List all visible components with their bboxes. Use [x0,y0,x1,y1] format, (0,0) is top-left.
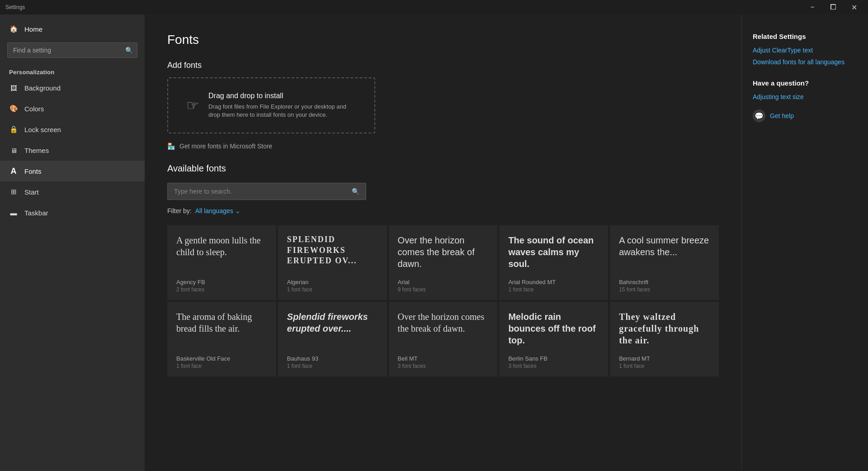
font-search-input[interactable] [168,183,345,200]
sidebar-item-label-taskbar: Taskbar [24,209,48,217]
filter-dropdown[interactable]: All languages ⌄ [195,207,241,214]
start-icon: ⊞ [9,187,18,196]
sidebar-home-label: Home [24,25,42,33]
font-search-bar: 🔍 [167,183,366,200]
font-card[interactable]: Over the horizon comes the break of dawn… [389,225,498,300]
search-icon: 🔍 [125,47,133,54]
sidebar-item-label-background: Background [24,84,61,92]
colors-icon: 🎨 [9,104,18,113]
chevron-down-icon: ⌄ [235,207,241,214]
font-name: Algerian [287,279,378,285]
lock-screen-icon: 🔒 [9,125,18,134]
window-controls: − ⧠ ✕ [802,0,864,14]
have-question-title: Have a question? [753,79,857,87]
font-faces: 3 font faces [508,363,599,369]
font-name: Bell MT [398,355,489,362]
app-title: Settings [4,4,25,10]
filter-value: All languages [195,207,233,214]
drag-drop-area[interactable]: ☞ Drag and drop to install Drag font fil… [167,77,375,133]
drag-icon: ☞ [186,97,199,114]
get-help-row: 💬 Get help [753,109,857,122]
font-card[interactable]: A cool summer breeze awakens the...Bahns… [610,225,719,300]
font-name: Arial Rounded MT [508,279,599,285]
sidebar-item-label-colors: Colors [24,105,44,113]
font-faces: 1 font face [176,363,267,369]
minimize-button[interactable]: − [802,0,823,14]
get-help-link[interactable]: Get help [770,112,794,119]
maximize-button[interactable]: ⧠ [823,0,844,14]
sidebar-item-background[interactable]: 🖼 Background [0,77,145,98]
sidebar-item-taskbar[interactable]: ▬ Taskbar [0,202,145,223]
store-link-text: Get more fonts in Microsoft Store [179,143,272,150]
close-button[interactable]: ✕ [844,0,864,14]
drag-text-main: Drag and drop to install [208,92,356,100]
font-card[interactable]: A gentle moon lulls the child to sleep.A… [167,225,276,300]
sidebar-item-lock-screen[interactable]: 🔒 Lock screen [0,119,145,140]
sidebar-item-start[interactable]: ⊞ Start [0,181,145,202]
font-name: Berlin Sans FB [508,355,599,362]
font-faces: 2 font faces [176,286,267,293]
add-fonts-title: Add fonts [167,61,719,70]
sidebar-item-fonts[interactable]: A Fonts [0,161,145,181]
available-fonts-title: Available fonts [167,163,719,174]
drag-text-container: Drag and drop to install Drag font files… [208,92,356,119]
related-link-download-fonts[interactable]: Download fonts for all languages [753,58,857,66]
font-name: Bernard MT [619,355,710,362]
app-body: 🏠 Home 🔍 Personalization 🖼 Background 🎨 … [0,14,868,471]
font-name: Arial [398,279,489,285]
filter-row: Filter by: All languages ⌄ [167,207,719,214]
font-name: Bahnschrift [619,279,710,285]
taskbar-icon: ▬ [9,208,18,217]
font-card[interactable]: Over the horizon comes the break of dawn… [389,302,498,376]
question-link-text-size[interactable]: Adjusting text size [753,93,857,100]
get-help-icon: 💬 [753,109,765,122]
sidebar-item-colors[interactable]: 🎨 Colors [0,98,145,119]
main-content: Fonts Add fonts ☞ Drag and drop to insta… [145,14,741,471]
sidebar-search: 🔍 [7,43,137,58]
font-faces: 1 font face [619,363,710,369]
store-icon: 🏪 [167,143,175,150]
font-faces: 15 font faces [619,286,710,293]
font-name: Agency FB [176,279,267,285]
related-settings-title: Related Settings [753,33,857,40]
font-card[interactable]: Melodic rain bounces off the roof top.Be… [499,302,608,376]
right-panel: Related Settings Adjust ClearType text D… [741,14,868,471]
search-input[interactable] [7,43,137,58]
sidebar-item-home[interactable]: 🏠 Home [0,19,145,39]
title-bar: Settings − ⧠ ✕ [0,0,868,14]
filter-label: Filter by: [167,207,192,214]
font-card[interactable]: The aroma of baking bread fills the air.… [167,302,276,376]
font-card[interactable]: The sound of ocean waves calms my soul.A… [499,225,608,300]
sidebar: 🏠 Home 🔍 Personalization 🖼 Background 🎨 … [0,14,145,471]
sidebar-section-label: Personalization [0,65,145,77]
sidebar-item-label-start: Start [24,188,39,196]
related-link-cleartype[interactable]: Adjust ClearType text [753,47,857,54]
sidebar-item-label-themes: Themes [24,147,49,154]
font-name: Bauhaus 93 [287,355,378,362]
font-faces: 1 font face [287,286,378,293]
themes-icon: 🖥 [9,146,18,155]
font-name: Baskerville Old Face [176,355,267,362]
font-card[interactable]: Splendid fireworks erupted over....Bauha… [278,302,387,376]
drag-text-sub: Drag font files from File Explorer or yo… [208,103,356,119]
font-faces: 1 font face [508,286,599,293]
home-icon: 🏠 [9,24,18,33]
background-icon: 🖼 [9,83,18,92]
sidebar-item-themes[interactable]: 🖥 Themes [0,140,145,161]
font-card[interactable]: They waltzed gracefully through the air.… [610,302,719,376]
sidebar-item-label-fonts: Fonts [24,167,42,175]
font-card[interactable]: SPLENDID FIREWORKS ERUPTED OV...Algerian… [278,225,387,300]
font-faces: 9 font faces [398,286,489,293]
font-faces: 1 font face [287,363,378,369]
sidebar-item-label-lock-screen: Lock screen [24,126,61,133]
fonts-icon: A [9,167,18,176]
page-title: Fonts [167,33,719,47]
font-search-button[interactable]: 🔍 [345,183,366,200]
font-grid: A gentle moon lulls the child to sleep.A… [167,225,719,376]
font-faces: 3 font faces [398,363,489,369]
store-link[interactable]: 🏪 Get more fonts in Microsoft Store [167,143,719,150]
